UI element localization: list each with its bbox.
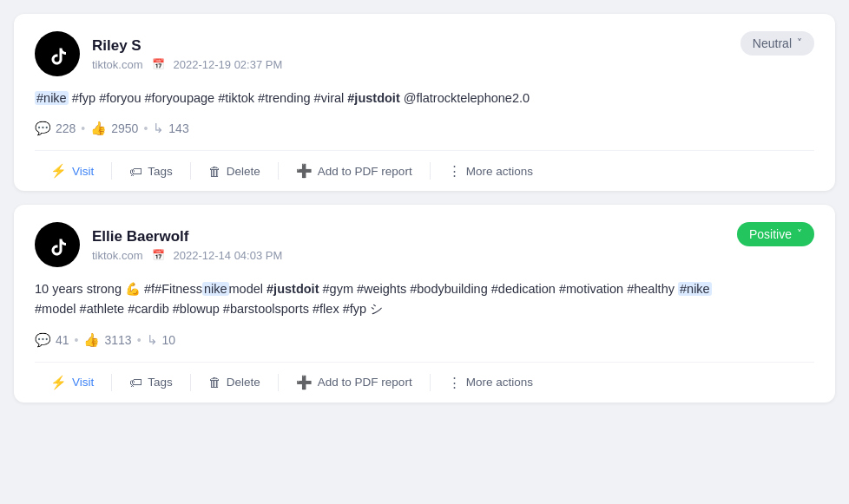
tags-icon: 🏷	[129, 375, 142, 389]
add-to-pdf-button[interactable]: ➕ Add to PDF report	[280, 366, 428, 399]
user-details: Ellie Baerwolf tiktok.com 📅 2022-12-14 0…	[92, 228, 282, 262]
chevron-down-icon: ˅	[797, 228, 802, 240]
stat-divider-2: •	[143, 121, 148, 135]
calendar-icon: 📅	[152, 249, 165, 261]
more-actions-label: More actions	[466, 165, 533, 178]
action-divider-3	[278, 162, 279, 180]
post-stats: 💬 41 • 👍 3113 • ↳ 10	[35, 332, 814, 348]
user-details: Riley S tiktok.com 📅 2022-12-19 02:37 PM	[92, 37, 282, 71]
action-divider-2	[190, 374, 191, 391]
sentiment-badge[interactable]: Positive ˅	[737, 222, 814, 246]
card-header: Ellie Baerwolf tiktok.com 📅 2022-12-14 0…	[35, 222, 814, 267]
share-icon: ↳	[147, 332, 158, 348]
post-date: 2022-12-19 02:37 PM	[174, 58, 283, 71]
share-stat: ↳ 143	[153, 121, 188, 136]
stat-divider-2: •	[137, 333, 142, 347]
post-stats: 💬 228 • 👍 2950 • ↳ 143	[35, 121, 814, 136]
user-info-wrap: Ellie Baerwolf tiktok.com 📅 2022-12-14 0…	[35, 222, 282, 267]
add-pdf-label: Add to PDF report	[318, 165, 412, 178]
comment-icon: 💬	[35, 121, 51, 136]
comment-stat: 💬 228	[35, 121, 76, 136]
action-divider-4	[430, 374, 431, 391]
tags-button[interactable]: 🏷 Tags	[114, 366, 188, 398]
share-count: 143	[168, 121, 188, 135]
post-content: 10 years strong 💪 #f#Fitnessnikemodel #j…	[35, 279, 814, 319]
delete-button[interactable]: 🗑 Delete	[193, 366, 276, 398]
post-card-card-1: Riley S tiktok.com 📅 2022-12-19 02:37 PM…	[14, 14, 835, 191]
post-date: 2022-12-14 04:03 PM	[174, 249, 283, 262]
more-actions-label: More actions	[466, 376, 533, 389]
share-icon: ↳	[153, 121, 164, 136]
username: Ellie Baerwolf	[92, 228, 282, 245]
calendar-icon: 📅	[152, 58, 165, 70]
platform-label: tiktok.com	[92, 249, 143, 262]
username: Riley S	[92, 37, 282, 55]
more-icon: ⋮	[448, 375, 461, 390]
more-actions-button[interactable]: ⋮ More actions	[432, 154, 549, 187]
tags-button[interactable]: 🏷 Tags	[114, 155, 188, 187]
lightning-icon: ⚡	[50, 375, 67, 390]
visit-label: Visit	[72, 376, 94, 389]
delete-label: Delete	[227, 165, 260, 178]
delete-icon: 🗑	[208, 164, 221, 179]
avatar	[35, 222, 80, 267]
action-divider-2	[190, 162, 191, 180]
visit-button[interactable]: ⚡ Visit	[35, 154, 109, 187]
add-pdf-icon: ➕	[296, 163, 313, 179]
card-header: Riley S tiktok.com 📅 2022-12-19 02:37 PM…	[35, 31, 814, 76]
stat-divider: •	[75, 333, 79, 347]
chevron-down-icon: ˅	[797, 37, 802, 49]
action-divider	[111, 374, 112, 391]
like-count: 2950	[111, 121, 138, 135]
add-pdf-label: Add to PDF report	[318, 376, 412, 389]
visit-label: Visit	[72, 165, 94, 178]
post-content: #nike #fyp #foryou #foryoupage #tiktok #…	[35, 88, 814, 108]
like-stat: 👍 3113	[83, 332, 131, 348]
stat-divider: •	[81, 121, 85, 135]
share-stat: ↳ 10	[147, 332, 176, 348]
comment-count: 228	[56, 121, 76, 135]
post-meta: tiktok.com 📅 2022-12-14 04:03 PM	[92, 249, 282, 262]
like-icon: 👍	[83, 332, 100, 348]
comment-count: 41	[56, 333, 69, 347]
card-actions: ⚡ Visit 🏷 Tags 🗑 Delete ➕ Add to PDF rep…	[35, 362, 814, 403]
post-card-card-2: Ellie Baerwolf tiktok.com 📅 2022-12-14 0…	[14, 205, 835, 402]
platform-label: tiktok.com	[92, 58, 143, 71]
lightning-icon: ⚡	[50, 163, 67, 179]
action-divider	[111, 162, 112, 180]
post-meta: tiktok.com 📅 2022-12-19 02:37 PM	[92, 58, 282, 71]
comment-stat: 💬 41	[35, 332, 69, 348]
more-actions-button[interactable]: ⋮ More actions	[432, 366, 549, 399]
tags-icon: 🏷	[129, 164, 142, 179]
share-count: 10	[162, 333, 176, 347]
card-actions: ⚡ Visit 🏷 Tags 🗑 Delete ➕ Add to PDF rep…	[35, 150, 814, 191]
like-icon: 👍	[90, 121, 107, 136]
more-icon: ⋮	[448, 163, 461, 179]
action-divider-4	[430, 162, 431, 180]
tags-label: Tags	[148, 165, 173, 178]
sentiment-label: Neutral	[753, 36, 792, 50]
visit-button[interactable]: ⚡ Visit	[35, 366, 109, 399]
comment-icon: 💬	[35, 332, 51, 348]
like-count: 3113	[104, 333, 131, 347]
sentiment-label: Positive	[749, 227, 792, 241]
add-to-pdf-button[interactable]: ➕ Add to PDF report	[280, 154, 428, 187]
delete-label: Delete	[227, 376, 260, 389]
tags-label: Tags	[148, 376, 173, 389]
delete-button[interactable]: 🗑 Delete	[193, 155, 276, 187]
action-divider-3	[278, 374, 279, 391]
avatar	[35, 31, 80, 76]
sentiment-badge[interactable]: Neutral ˅	[740, 31, 814, 56]
add-pdf-icon: ➕	[296, 375, 313, 390]
user-info-wrap: Riley S tiktok.com 📅 2022-12-19 02:37 PM	[35, 31, 282, 76]
like-stat: 👍 2950	[90, 121, 138, 136]
delete-icon: 🗑	[208, 375, 221, 389]
